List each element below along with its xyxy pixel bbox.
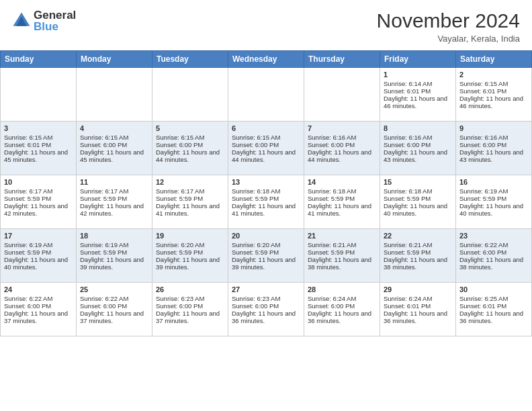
- sunrise-text: Sunrise: 6:15 AM: [459, 80, 528, 87]
- day-number: 25: [80, 285, 148, 293]
- daylight-text: Daylight: 11 hours and 43 minutes.: [384, 148, 452, 163]
- sunrise-text: Sunrise: 6:22 AM: [80, 295, 148, 302]
- sunset-text: Sunset: 5:59 PM: [384, 195, 452, 202]
- sunrise-text: Sunrise: 6:20 AM: [232, 241, 300, 248]
- sunset-text: Sunset: 5:59 PM: [232, 248, 300, 256]
- day-number: 16: [459, 178, 528, 186]
- daylight-text: Daylight: 11 hours and 41 minutes.: [156, 202, 224, 217]
- sunset-text: Sunset: 5:59 PM: [80, 195, 148, 202]
- sunset-text: Sunset: 6:00 PM: [308, 302, 376, 310]
- sunset-text: Sunset: 6:00 PM: [156, 302, 224, 310]
- calendar-cell: [152, 68, 228, 122]
- daylight-text: Daylight: 11 hours and 38 minutes.: [459, 256, 528, 271]
- daylight-text: Daylight: 11 hours and 43 minutes.: [459, 148, 528, 163]
- calendar-cell: 21Sunrise: 6:21 AMSunset: 5:59 PMDayligh…: [304, 229, 380, 283]
- sunrise-text: Sunrise: 6:17 AM: [4, 187, 73, 195]
- sunrise-text: Sunrise: 6:21 AM: [308, 241, 376, 248]
- calendar: Sunday Monday Tuesday Wednesday Thursday…: [0, 50, 532, 336]
- header: General Blue November 2024 Vayalar, Kera…: [0, 0, 532, 48]
- sunrise-text: Sunrise: 6:15 AM: [232, 134, 300, 141]
- sunrise-text: Sunrise: 6:21 AM: [384, 241, 452, 248]
- sunset-text: Sunset: 6:00 PM: [80, 302, 148, 310]
- calendar-cell: 5Sunrise: 6:15 AMSunset: 6:00 PMDaylight…: [152, 122, 228, 175]
- sunrise-text: Sunrise: 6:18 AM: [384, 187, 452, 195]
- day-number: 13: [232, 178, 300, 186]
- calendar-cell: 19Sunrise: 6:20 AMSunset: 5:59 PMDayligh…: [152, 229, 228, 283]
- sunrise-text: Sunrise: 6:24 AM: [384, 295, 452, 302]
- title-area: November 2024 Vayalar, Kerala, India: [377, 9, 520, 44]
- sunset-text: Sunset: 5:59 PM: [384, 248, 452, 256]
- calendar-cell: 10Sunrise: 6:17 AMSunset: 5:59 PMDayligh…: [1, 175, 77, 229]
- sunset-text: Sunset: 5:59 PM: [156, 195, 224, 202]
- sunrise-text: Sunrise: 6:20 AM: [156, 241, 224, 248]
- day-number: 26: [156, 285, 224, 293]
- daylight-text: Daylight: 11 hours and 36 minutes.: [232, 310, 300, 324]
- calendar-cell: 15Sunrise: 6:18 AMSunset: 5:59 PMDayligh…: [380, 175, 456, 229]
- logo-icon: [12, 11, 31, 30]
- sunset-text: Sunset: 6:00 PM: [4, 302, 73, 310]
- daylight-text: Daylight: 11 hours and 37 minutes.: [156, 310, 224, 324]
- logo-blue: Blue: [34, 21, 76, 32]
- day-number: 11: [80, 178, 148, 186]
- daylight-text: Daylight: 11 hours and 42 minutes.: [4, 202, 73, 217]
- daylight-text: Daylight: 11 hours and 40 minutes.: [4, 256, 73, 271]
- sunrise-text: Sunrise: 6:23 AM: [232, 295, 300, 302]
- sunset-text: Sunset: 6:00 PM: [459, 248, 528, 256]
- daylight-text: Daylight: 11 hours and 38 minutes.: [384, 256, 452, 271]
- day-number: 5: [156, 124, 224, 132]
- calendar-row: 3Sunrise: 6:15 AMSunset: 6:01 PMDaylight…: [1, 122, 532, 175]
- header-thursday: Thursday: [304, 51, 380, 68]
- daylight-text: Daylight: 11 hours and 39 minutes.: [156, 256, 224, 271]
- sunset-text: Sunset: 5:59 PM: [4, 248, 73, 256]
- daylight-text: Daylight: 11 hours and 39 minutes.: [232, 256, 300, 271]
- daylight-text: Daylight: 11 hours and 36 minutes.: [459, 310, 528, 324]
- header-wednesday: Wednesday: [228, 51, 304, 68]
- sunrise-text: Sunrise: 6:24 AM: [308, 295, 376, 302]
- sunset-text: Sunset: 6:01 PM: [384, 87, 452, 95]
- header-tuesday: Tuesday: [152, 51, 228, 68]
- header-monday: Monday: [77, 51, 152, 68]
- calendar-cell: 8Sunrise: 6:16 AMSunset: 6:00 PMDaylight…: [380, 122, 456, 175]
- day-number: 1: [384, 71, 452, 79]
- calendar-cell: 14Sunrise: 6:18 AMSunset: 5:59 PMDayligh…: [304, 175, 380, 229]
- calendar-cell: 12Sunrise: 6:17 AMSunset: 5:59 PMDayligh…: [152, 175, 228, 229]
- weekday-header-row: Sunday Monday Tuesday Wednesday Thursday…: [1, 51, 532, 68]
- sunset-text: Sunset: 5:59 PM: [156, 248, 224, 256]
- daylight-text: Daylight: 11 hours and 38 minutes.: [308, 256, 376, 271]
- day-number: 29: [384, 285, 452, 293]
- calendar-cell: 1Sunrise: 6:14 AMSunset: 6:01 PMDaylight…: [380, 68, 456, 122]
- logo-text: General Blue: [34, 9, 76, 32]
- sunset-text: Sunset: 6:00 PM: [459, 141, 528, 148]
- calendar-cell: 6Sunrise: 6:15 AMSunset: 6:00 PMDaylight…: [228, 122, 304, 175]
- sunrise-text: Sunrise: 6:19 AM: [459, 187, 528, 195]
- day-number: 6: [232, 124, 300, 132]
- daylight-text: Daylight: 11 hours and 36 minutes.: [384, 310, 452, 324]
- calendar-cell: 16Sunrise: 6:19 AMSunset: 5:59 PMDayligh…: [456, 175, 532, 229]
- daylight-text: Daylight: 11 hours and 44 minutes.: [232, 148, 300, 163]
- calendar-cell: 20Sunrise: 6:20 AMSunset: 5:59 PMDayligh…: [228, 229, 304, 283]
- calendar-cell: 25Sunrise: 6:22 AMSunset: 6:00 PMDayligh…: [77, 283, 152, 336]
- sunrise-text: Sunrise: 6:17 AM: [156, 187, 224, 195]
- sunrise-text: Sunrise: 6:16 AM: [384, 134, 452, 141]
- day-number: 17: [4, 232, 73, 240]
- calendar-row: 24Sunrise: 6:22 AMSunset: 6:00 PMDayligh…: [1, 283, 532, 336]
- daylight-text: Daylight: 11 hours and 46 minutes.: [459, 95, 528, 109]
- header-saturday: Saturday: [456, 51, 532, 68]
- sunrise-text: Sunrise: 6:22 AM: [459, 241, 528, 248]
- day-number: 28: [308, 285, 376, 293]
- sunrise-text: Sunrise: 6:16 AM: [308, 134, 376, 141]
- sunrise-text: Sunrise: 6:23 AM: [156, 295, 224, 302]
- calendar-cell: 29Sunrise: 6:24 AMSunset: 6:01 PMDayligh…: [380, 283, 456, 336]
- sunset-text: Sunset: 5:59 PM: [4, 195, 73, 202]
- day-number: 2: [459, 71, 528, 79]
- calendar-row: 1Sunrise: 6:14 AMSunset: 6:01 PMDaylight…: [1, 68, 532, 122]
- sunrise-text: Sunrise: 6:22 AM: [4, 295, 73, 302]
- calendar-cell: 2Sunrise: 6:15 AMSunset: 6:01 PMDaylight…: [456, 68, 532, 122]
- page: General Blue November 2024 Vayalar, Kera…: [0, 0, 532, 411]
- day-number: 7: [308, 124, 376, 132]
- sunset-text: Sunset: 6:00 PM: [156, 141, 224, 148]
- calendar-cell: 28Sunrise: 6:24 AMSunset: 6:00 PMDayligh…: [304, 283, 380, 336]
- calendar-cell: [77, 68, 152, 122]
- day-number: 24: [4, 285, 73, 293]
- calendar-cell: 4Sunrise: 6:15 AMSunset: 6:00 PMDaylight…: [77, 122, 152, 175]
